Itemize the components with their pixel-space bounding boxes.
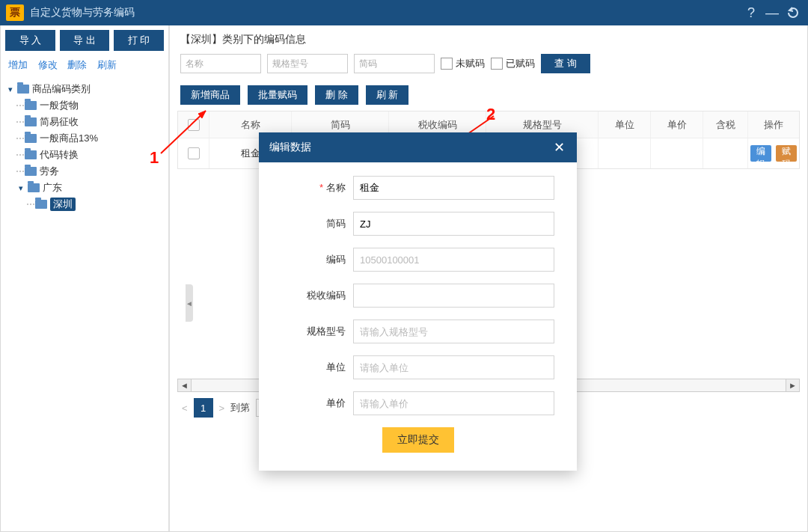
label-taxcode: 税收编码 <box>307 290 346 301</box>
input-name[interactable] <box>353 176 554 200</box>
tree-label: 一般商品13% <box>40 132 98 145</box>
tree-label: 简易征收 <box>40 115 79 129</box>
folder-icon <box>25 167 37 176</box>
input-id <box>353 248 554 272</box>
collapse-icon[interactable]: ▾ <box>16 183 26 193</box>
input-price[interactable] <box>353 391 554 415</box>
pager-next[interactable]: > <box>219 403 225 414</box>
tree-item[interactable]: ⋯劳务 <box>5 163 164 180</box>
filter-name-input[interactable] <box>180 54 261 73</box>
row-assign-button[interactable]: 赋码 <box>776 145 797 162</box>
help-icon[interactable]: ? <box>742 4 760 22</box>
tree-label: 商品编码类别 <box>32 82 91 96</box>
checkbox-unassigned[interactable]: 未赋码 <box>441 57 485 70</box>
link-refresh[interactable]: 刷新 <box>97 59 117 70</box>
tree-item[interactable]: ⋯简易征收 <box>5 114 164 130</box>
col-tax: 含税 <box>703 111 748 138</box>
tree-item[interactable]: ⋯一般货物 <box>5 97 164 114</box>
folder-icon <box>25 134 37 143</box>
tree-label: 广东 <box>43 181 62 195</box>
window-title: 自定义货物与劳务编码 <box>30 6 135 19</box>
tree-label: 代码转换 <box>40 148 79 162</box>
col-price: 单价 <box>651 111 703 138</box>
modal-close-icon[interactable]: ✕ <box>551 140 566 155</box>
tree-root[interactable]: ▾ 商品编码类别 <box>5 81 164 97</box>
checkbox-label: 未赋码 <box>456 57 485 70</box>
submit-button[interactable]: 立即提交 <box>382 427 454 453</box>
tree-item[interactable]: ⋯代码转换 <box>5 147 164 163</box>
svg-line-0 <box>161 111 206 153</box>
filter-code-input[interactable] <box>354 54 435 73</box>
checkbox-label: 已赋码 <box>506 57 535 70</box>
pager-goto-label: 到第 <box>230 401 250 415</box>
scroll-left-icon[interactable]: ◄ <box>178 379 192 391</box>
tree-item-shenzhen[interactable]: ⋯深圳 <box>5 196 164 213</box>
input-unit[interactable] <box>353 355 554 379</box>
content-heading: 【深圳】类别下的编码信息 <box>177 31 800 54</box>
export-button[interactable]: 导 出 <box>60 30 110 51</box>
folder-icon <box>28 183 40 192</box>
collapse-icon[interactable]: ▾ <box>5 85 16 94</box>
label-spec: 规格型号 <box>307 325 346 337</box>
sidebar-collapse-handle[interactable]: ◄ <box>186 284 193 322</box>
link-edit[interactable]: 修改 <box>38 59 58 70</box>
tree-item-guangdong[interactable]: ▾广东 <box>5 180 164 196</box>
input-taxcode[interactable] <box>353 284 554 308</box>
filter-row: 未赋码 已赋码 查 询 <box>177 54 800 73</box>
pager-prev[interactable]: < <box>182 403 188 414</box>
app-logo: 票 <box>6 4 24 21</box>
label-price: 单价 <box>326 397 346 409</box>
col-op: 操作 <box>748 111 799 138</box>
modal-title: 编辑数据 <box>269 141 311 154</box>
sidebar-links: 增加 修改 删除 刷新 <box>1 54 168 78</box>
col-unit: 单位 <box>599 111 651 138</box>
modal-header: 编辑数据 ✕ <box>259 132 577 162</box>
sidebar: 导 入 导 出 打 印 增加 修改 删除 刷新 ▾ 商品编码类别 ⋯一般货物 ⋯… <box>1 25 170 531</box>
folder-icon <box>35 200 47 209</box>
import-button[interactable]: 导 入 <box>5 30 55 51</box>
folder-icon <box>17 85 29 94</box>
checkbox-assigned[interactable]: 已赋码 <box>491 57 535 70</box>
annotation-arrow-1 <box>157 105 217 160</box>
folder-icon <box>25 101 37 110</box>
folder-icon <box>25 150 37 159</box>
titlebar: 票 自定义货物与劳务编码 ? — <box>0 0 808 25</box>
label-id: 编码 <box>326 254 346 265</box>
label-unit: 单位 <box>326 361 346 373</box>
delete-button[interactable]: 删 除 <box>315 85 358 105</box>
label-code: 简码 <box>326 218 346 229</box>
print-button[interactable]: 打 印 <box>114 30 164 51</box>
category-tree: ▾ 商品编码类别 ⋯一般货物 ⋯简易征收 ⋯一般商品13% ⋯代码转换 ⋯劳务 … <box>1 78 168 215</box>
edit-modal: 编辑数据 ✕ *名称 简码 编码 税收编码 规格型号 单位 单价 <box>259 132 577 471</box>
add-product-button[interactable]: 新增商品 <box>180 85 240 105</box>
pager-current[interactable]: 1 <box>194 398 213 418</box>
search-button[interactable]: 查 询 <box>541 54 590 73</box>
tree-item[interactable]: ⋯一般商品13% <box>5 130 164 147</box>
row-edit-button[interactable]: 编辑 <box>750 145 771 162</box>
link-add[interactable]: 增加 <box>8 59 28 70</box>
input-spec[interactable] <box>353 319 554 343</box>
link-delete[interactable]: 删除 <box>67 59 87 70</box>
minimize-icon[interactable]: — <box>763 4 781 22</box>
tree-label: 劳务 <box>40 165 59 178</box>
filter-spec-input[interactable] <box>267 54 348 73</box>
folder-icon <box>25 117 37 126</box>
refresh-button[interactable]: 刷 新 <box>366 85 409 105</box>
tree-label: 深圳 <box>50 198 76 211</box>
back-icon[interactable] <box>784 4 802 22</box>
scroll-right-icon[interactable]: ► <box>786 379 799 391</box>
action-row: 新增商品 批量赋码 删 除 刷 新 <box>180 85 800 105</box>
batch-assign-button[interactable]: 批量赋码 <box>248 85 307 105</box>
input-code[interactable] <box>353 212 554 236</box>
label-name: 名称 <box>326 182 346 193</box>
tree-label: 一般货物 <box>40 99 79 112</box>
